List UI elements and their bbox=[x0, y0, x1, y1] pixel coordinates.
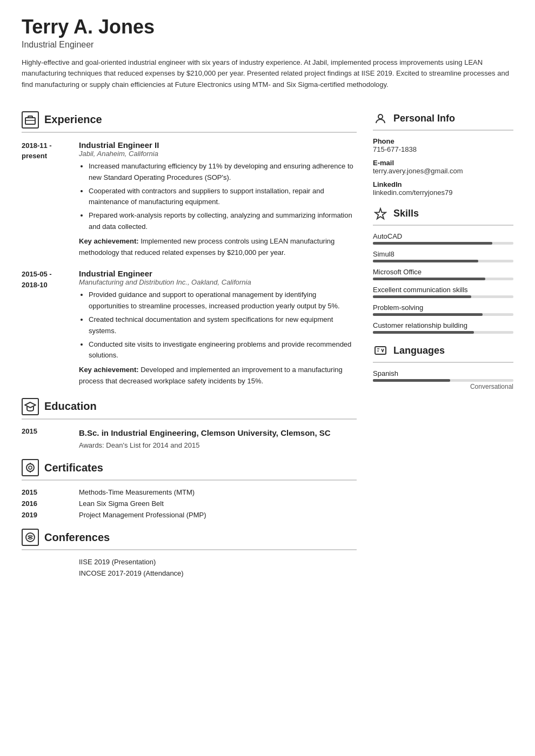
skill-item: Simul8 bbox=[373, 250, 513, 262]
certificates-list: 2015 Methods-Time Measurements (MTM) 201… bbox=[22, 488, 357, 519]
email-value: terry.avery.jones@gmail.com bbox=[373, 167, 513, 175]
conf-spacer bbox=[22, 558, 70, 566]
skill-bar-fill bbox=[373, 313, 483, 316]
exp-date: 2018-11 - present bbox=[22, 140, 70, 258]
exp-bullet: Cooperated with contractors and supplier… bbox=[89, 186, 357, 208]
experience-list: 2018-11 - present Industrial Engineer II… bbox=[22, 140, 357, 387]
skill-name: Problem-solving bbox=[373, 303, 513, 312]
experience-label: Experience bbox=[44, 113, 102, 126]
skill-item: Excellent communication skills bbox=[373, 286, 513, 298]
conf-name: INCOSE 2017-2019 (Attendance) bbox=[79, 569, 184, 577]
resume-header: Terry A. Jones Industrial Engineer Highl… bbox=[22, 16, 513, 91]
certificates-section-heading: Certificates bbox=[22, 459, 357, 481]
exp-bullet: Provided guidance and support to operati… bbox=[89, 289, 357, 312]
exp-bullets-list: Provided guidance and support to operati… bbox=[79, 289, 357, 361]
exp-bullet: Conducted site visits to investigate eng… bbox=[89, 339, 357, 362]
conf-spacer bbox=[22, 569, 70, 577]
email-label: E-mail bbox=[373, 159, 513, 167]
svg-point-2 bbox=[26, 464, 34, 471]
cert-name: Methods-Time Measurements (MTM) bbox=[79, 488, 195, 496]
right-column: Personal Info Phone 715-677-1838 E-mail … bbox=[373, 102, 513, 580]
exp-content: Industrial Engineer Manufacturing and Di… bbox=[79, 269, 357, 387]
linkedin-value: linkedin.com/terryjones79 bbox=[373, 188, 513, 197]
languages-icon bbox=[373, 343, 388, 359]
phone-value: 715-677-1838 bbox=[373, 145, 513, 153]
certificates-label: Certificates bbox=[44, 462, 103, 474]
conf-name: IISE 2019 (Presentation) bbox=[79, 558, 156, 566]
language-bar-fill bbox=[373, 379, 450, 382]
skill-bar-fill bbox=[373, 260, 478, 262]
experience-entry: 2018-11 - present Industrial Engineer II… bbox=[22, 140, 357, 258]
skill-bar-fill bbox=[373, 242, 492, 245]
certificate-entry: 2015 Methods-Time Measurements (MTM) bbox=[22, 488, 357, 496]
education-icon bbox=[22, 398, 39, 415]
language-level: Conversational bbox=[373, 383, 513, 390]
experience-section-heading: Experience bbox=[22, 111, 357, 133]
skill-bar-background bbox=[373, 331, 513, 334]
skill-bar-background bbox=[373, 313, 513, 316]
edu-awards: Awards: Dean's List for 2014 and 2015 bbox=[79, 441, 331, 449]
experience-entry: 2015-05 - 2018-10 Industrial Engineer Ma… bbox=[22, 269, 357, 387]
personal-info-heading: Personal Info bbox=[373, 111, 513, 131]
exp-job-title: Industrial Engineer bbox=[79, 269, 357, 278]
phone-label: Phone bbox=[373, 137, 513, 145]
conference-entry: INCOSE 2017-2019 (Attendance) bbox=[22, 569, 357, 577]
skill-name: Microsoft Office bbox=[373, 268, 513, 276]
edu-date: 2015 bbox=[22, 427, 70, 450]
skill-item: Microsoft Office bbox=[373, 268, 513, 280]
personal-info-content: Phone 715-677-1838 E-mail terry.avery.jo… bbox=[373, 137, 513, 197]
skill-name: Customer relationship building bbox=[373, 321, 513, 329]
edu-degree: B.Sc. in Industrial Engineering, Clemson… bbox=[79, 427, 331, 440]
exp-bullet: Increased manufacturing efficiency by 11… bbox=[89, 161, 357, 184]
skill-item: Customer relationship building bbox=[373, 321, 513, 334]
left-column: Experience 2018-11 - present Industrial … bbox=[22, 102, 357, 580]
skill-name: AutoCAD bbox=[373, 232, 513, 240]
skills-icon bbox=[373, 206, 388, 221]
exp-bullet: Created technical documentation and syst… bbox=[89, 314, 357, 337]
cert-date: 2019 bbox=[22, 511, 70, 519]
skill-bar-fill bbox=[373, 295, 471, 298]
skill-name: Excellent communication skills bbox=[373, 286, 513, 294]
cert-date: 2015 bbox=[22, 488, 70, 496]
cert-name: Project Management Professional (PMP) bbox=[79, 511, 206, 519]
skill-bar-background bbox=[373, 242, 513, 245]
candidate-name: Terry A. Jones bbox=[22, 16, 513, 38]
language-name: Spanish bbox=[373, 369, 513, 377]
exp-company: Manufacturing and Distribution Inc., Oak… bbox=[79, 278, 357, 286]
language-item: Spanish Conversational bbox=[373, 369, 513, 390]
skills-label: Skills bbox=[393, 208, 419, 219]
candidate-summary: Highly-effective and goal-oriented indus… bbox=[22, 57, 513, 91]
personal-info-icon bbox=[373, 111, 388, 126]
exp-key-achievement: Key achievement: Implemented new process… bbox=[79, 236, 357, 259]
certificate-entry: 2019 Project Management Professional (PM… bbox=[22, 511, 357, 519]
linkedin-label: LinkedIn bbox=[373, 180, 513, 188]
svg-rect-8 bbox=[375, 347, 386, 354]
exp-job-title: Industrial Engineer II bbox=[79, 140, 357, 150]
skills-heading: Skills bbox=[373, 206, 513, 226]
experience-icon bbox=[22, 111, 39, 129]
main-content: Experience 2018-11 - present Industrial … bbox=[22, 102, 513, 580]
candidate-title: Industrial Engineer bbox=[22, 40, 513, 50]
language-bar-background bbox=[373, 379, 513, 382]
conferences-list: IISE 2019 (Presentation) INCOSE 2017-201… bbox=[22, 558, 357, 577]
languages-heading: Languages bbox=[373, 343, 513, 363]
skills-list: AutoCAD Simul8 Microsoft Office Excellen… bbox=[373, 232, 513, 334]
svg-point-3 bbox=[29, 466, 32, 469]
personal-info-label: Personal Info bbox=[393, 113, 455, 124]
exp-content: Industrial Engineer II Jabil, Anaheim, C… bbox=[79, 140, 357, 258]
skill-bar-background bbox=[373, 278, 513, 280]
conferences-section-heading: Conferences bbox=[22, 529, 357, 550]
education-section-heading: Education bbox=[22, 398, 357, 420]
exp-bullet: Prepared work-analysis reports by collec… bbox=[89, 210, 357, 233]
cert-name: Lean Six Sigma Green Belt bbox=[79, 500, 164, 508]
skill-item: Problem-solving bbox=[373, 303, 513, 316]
conferences-label: Conferences bbox=[44, 531, 110, 544]
skill-bar-background bbox=[373, 260, 513, 262]
certificates-icon bbox=[22, 459, 39, 476]
exp-bullets-list: Increased manufacturing efficiency by 11… bbox=[79, 161, 357, 233]
education-list: 2015 B.Sc. in Industrial Engineering, Cl… bbox=[22, 427, 357, 450]
conference-entry: IISE 2019 (Presentation) bbox=[22, 558, 357, 566]
edu-content: B.Sc. in Industrial Engineering, Clemson… bbox=[79, 427, 331, 450]
exp-company: Jabil, Anaheim, California bbox=[79, 150, 357, 158]
cert-date: 2016 bbox=[22, 500, 70, 508]
